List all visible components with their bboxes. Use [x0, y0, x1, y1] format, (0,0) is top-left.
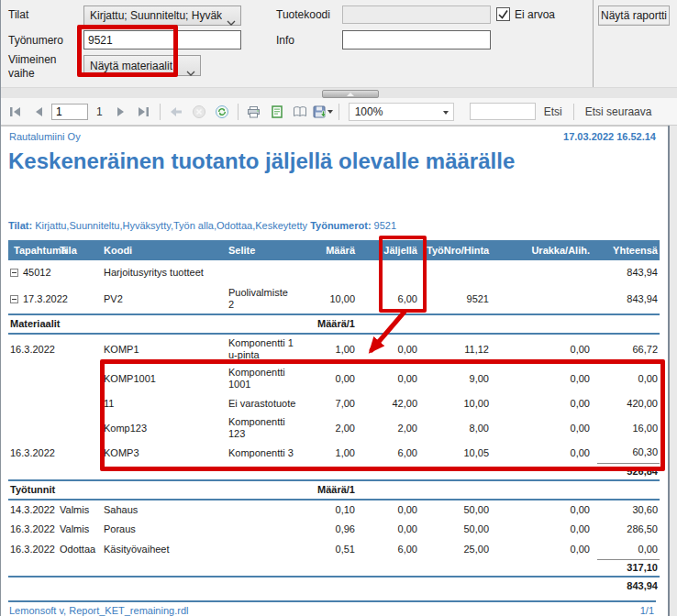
- print-layout-button[interactable]: [267, 102, 287, 122]
- first-page-button[interactable]: [6, 102, 26, 122]
- table-cell: Puolivalmiste 2: [227, 284, 309, 314]
- table-cell: [227, 540, 309, 560]
- check-icon: [497, 8, 509, 20]
- table-cell: 0,00: [597, 540, 660, 560]
- scroll-gutter: [670, 126, 677, 616]
- info-input[interactable]: [342, 30, 491, 50]
- zoom-value: 100%: [355, 105, 383, 118]
- table-header: Tapahtuma Tila Koodi Selite Määrä Jäljel…: [8, 240, 660, 260]
- footer-divider: [8, 600, 656, 602]
- collapse-icon[interactable]: [10, 295, 18, 303]
- report-filters: Tilat: Kirjattu,Suunniteltu,Hyväksytty,T…: [8, 220, 396, 231]
- table-cell: [496, 260, 597, 284]
- table-cell: [58, 443, 102, 463]
- filters-value-tyonumerot: 9521: [372, 220, 397, 231]
- table-cell: Valmis: [58, 520, 102, 540]
- table-cell: [8, 393, 58, 413]
- table-cell: [362, 480, 660, 500]
- filters-label-tilat: Tilat:: [8, 220, 32, 231]
- first-page-icon: [9, 106, 22, 117]
- table-cell: Poraus: [102, 520, 227, 540]
- search-input[interactable]: [470, 103, 536, 120]
- annotation-box-parameters: [77, 25, 178, 77]
- table-cell: 843,94: [597, 260, 660, 284]
- annotation-arrow: [357, 306, 421, 365]
- company-name: Rautalumiini Oy: [9, 131, 81, 142]
- table-cell: [8, 560, 597, 578]
- previous-page-icon: [33, 106, 44, 117]
- find-link[interactable]: Etsi: [544, 105, 562, 118]
- table-row: 16.3.2022ValmisPoraus0,960,0050,000,0028…: [8, 520, 660, 540]
- collapse-panel-handle[interactable]: [322, 90, 379, 98]
- total-pages-label: 1: [96, 105, 103, 118]
- table-cell: [227, 260, 309, 284]
- table-cell: Valmis: [58, 500, 102, 520]
- footer-page-indicator: 1/1: [640, 605, 654, 616]
- page-number-input[interactable]: [51, 104, 88, 120]
- table-cell: [58, 393, 102, 413]
- table-cell: [8, 364, 58, 393]
- report-viewer-window: Tilat Kirjattu; Suunniteltu; Hyväksytty …: [0, 0, 677, 616]
- table-cell: Käsityövaiheet: [102, 540, 227, 560]
- header-tila: Tila: [58, 240, 102, 260]
- tuotekoodi-label: Tuotekoodi: [276, 8, 330, 21]
- table-cell: 317,10: [597, 560, 660, 578]
- find-next-link[interactable]: Etsi seuraava: [585, 105, 652, 118]
- annotation-box-material-rows: [100, 359, 665, 471]
- table-row: TyötunnitMäärä/1: [8, 480, 660, 500]
- tilat-dropdown[interactable]: Kirjattu; Suunniteltu; Hyväksytty: [83, 6, 241, 26]
- book-icon: [293, 105, 307, 117]
- stop-button[interactable]: [189, 102, 209, 122]
- zoom-select[interactable]: 100%: [349, 103, 454, 121]
- last-page-button[interactable]: [134, 102, 154, 122]
- nayta-raportti-button[interactable]: Näytä raportti: [598, 6, 670, 26]
- triangle-up-icon: [347, 93, 354, 96]
- table-cell: [425, 260, 496, 284]
- header-yhteensa: Yhteensä: [597, 240, 660, 260]
- viimeinen-vaihe-label: Viimeinen vaihe: [8, 53, 74, 81]
- table-cell: 9521: [425, 284, 496, 314]
- table-cell: [58, 413, 102, 443]
- print-layout-icon: [271, 105, 283, 118]
- previous-page-button[interactable]: [28, 102, 49, 122]
- ei-arvoa-label: Ei arvoa: [515, 8, 555, 21]
- table-cell: [227, 520, 309, 540]
- table-cell: Työtunnit: [8, 480, 309, 500]
- table-cell: Määrä/1: [309, 480, 362, 500]
- collapse-icon[interactable]: [10, 269, 18, 277]
- table-cell: [8, 413, 58, 443]
- table-cell: 0,51: [309, 540, 362, 560]
- tyonumero-label: Työnumero: [8, 34, 63, 47]
- refresh-button[interactable]: [212, 102, 232, 122]
- table-cell: [309, 260, 362, 284]
- ei-arvoa-checkbox[interactable]: [496, 7, 510, 21]
- table-cell: 10,00: [309, 284, 362, 314]
- table-cell: Materiaalit: [8, 314, 309, 334]
- table-cell: 0,00: [362, 500, 425, 520]
- report-toolbar: 1 100%: [1, 98, 677, 126]
- table-cell: 0,00: [362, 520, 425, 540]
- table-cell: 30,60: [597, 500, 660, 520]
- next-page-button[interactable]: [111, 102, 131, 122]
- table-cell: 45012: [8, 260, 58, 284]
- splitter-bar: [1, 87, 677, 98]
- table-cell: [58, 260, 102, 284]
- panel-divider: [593, 0, 594, 87]
- table-cell: Odottaa: [58, 540, 102, 560]
- tilat-value: Kirjattu; Suunniteltu; Hyväksytty: [90, 9, 222, 22]
- header-koodi: Koodi: [102, 240, 227, 260]
- page-setup-button[interactable]: [290, 102, 310, 122]
- table-cell: 0,00: [496, 500, 597, 520]
- table-cell: 16.3.2022: [8, 520, 58, 540]
- table-cell: 0,00: [496, 520, 597, 540]
- back-button[interactable]: [166, 102, 186, 122]
- table-row: 45012Harjoitusyritys tuotteet843,94: [8, 260, 660, 284]
- print-button[interactable]: [244, 102, 264, 122]
- table-cell: Määrä/1: [309, 314, 362, 334]
- next-page-icon: [116, 106, 127, 117]
- table-cell: 50,00: [425, 500, 496, 520]
- table-cell: 286,50: [597, 520, 660, 540]
- stop-icon: [192, 104, 206, 119]
- export-button[interactable]: [313, 102, 333, 122]
- table-cell: 16.3.2022: [8, 540, 58, 560]
